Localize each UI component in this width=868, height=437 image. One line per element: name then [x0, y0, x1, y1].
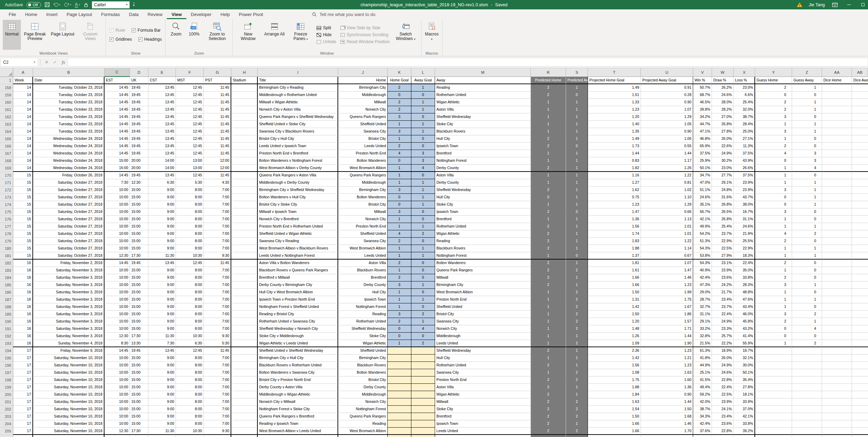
cell-D[interactable] [130, 435, 148, 437]
cell-L178[interactable]: 2 [411, 230, 435, 238]
cell-D167[interactable]: 19:45 [130, 150, 148, 157]
cell-M182[interactable]: Bolton Wanderers [435, 260, 531, 267]
cell-R193[interactable]: 1 [531, 340, 566, 347]
cell-D161[interactable]: 19:45 [130, 106, 148, 113]
cell-W160[interactable]: 28.0% [712, 99, 734, 106]
cell-Z177[interactable]: 1 [792, 223, 822, 230]
cell-D193[interactable]: 13:30 [130, 340, 148, 347]
cell-L194[interactable] [411, 347, 435, 355]
cell-J177[interactable]: Preston North End [338, 223, 388, 230]
cell-A204[interactable]: 17 [13, 420, 33, 428]
cell-H165[interactable] [231, 135, 258, 143]
cell-T205[interactable]: 1.66 [588, 428, 641, 435]
cell-K175[interactable]: 3 [388, 208, 411, 216]
cell-I197[interactable]: Bolton Wanderers v Swansea City [258, 369, 338, 376]
cell-C196[interactable]: 10:00 [104, 362, 130, 369]
column-header-C[interactable]: C [104, 68, 130, 77]
cell-Z179[interactable]: 0 [792, 238, 822, 245]
cell-A175[interactable]: 15 [13, 208, 33, 216]
cell-D192[interactable]: 17:30 [130, 333, 148, 340]
cell-U165[interactable]: 1.06 [641, 135, 693, 143]
column-header-B[interactable]: B [33, 68, 104, 77]
cell-T201[interactable]: 1.63 [588, 398, 641, 406]
cell-Z170[interactable]: 0 [792, 172, 822, 179]
cell-H166[interactable] [231, 143, 258, 150]
cell-H163[interactable] [231, 121, 258, 128]
row-header-161[interactable]: 161 [0, 106, 13, 113]
cell-AA178[interactable] [822, 230, 852, 238]
cell-K179[interactable]: 2 [388, 238, 411, 245]
cell-S179[interactable]: 1 [566, 238, 588, 245]
row-header-175[interactable]: 175 [0, 208, 13, 216]
cell-G194[interactable]: 11:45 [204, 347, 231, 355]
cell-X197[interactable]: 50.1% [734, 369, 755, 376]
cell-M164[interactable]: Blackburn Rovers [435, 128, 531, 135]
cell-D179[interactable]: 15:00 [130, 238, 148, 245]
cell-E189[interactable]: 9:00 [148, 311, 176, 318]
cell-Z166[interactable]: 0 [792, 143, 822, 150]
cell-M168[interactable]: Nottingham Forest [435, 157, 531, 165]
cell-G177[interactable]: 7:00 [204, 223, 231, 230]
cell-C197[interactable]: 10:00 [104, 369, 130, 376]
cell-J201[interactable]: Norwich City [338, 398, 388, 406]
cell-J184[interactable]: Brentford [338, 274, 388, 281]
cell-E192[interactable]: 11:30 [148, 333, 176, 340]
cell-T165[interactable]: 1.49 [588, 135, 641, 143]
cell-L203[interactable] [411, 413, 435, 420]
cell-U184[interactable]: 1.46 [641, 274, 693, 281]
split-button[interactable]: Split [317, 25, 336, 30]
cell-K171[interactable]: 1 [388, 179, 411, 186]
cell-D188[interactable]: 15:00 [130, 303, 148, 311]
cell-U170[interactable]: 1.22 [641, 172, 693, 179]
cell-H196[interactable] [231, 362, 258, 369]
cell-J[interactable] [338, 435, 388, 437]
cell-A201[interactable]: 17 [13, 398, 33, 406]
select-all-corner[interactable] [0, 68, 13, 77]
cell-U168[interactable]: 1.17 [641, 157, 693, 165]
cell-G[interactable] [204, 435, 231, 437]
cell-F158[interactable]: 12:45 [176, 84, 204, 92]
cell-D204[interactable]: 15:00 [130, 420, 148, 428]
row-header-196[interactable]: 196 [0, 362, 13, 369]
cell-I188[interactable]: Nottingham Forest v Sheffield United [258, 303, 338, 311]
cell-Z193[interactable]: 2 [792, 340, 822, 347]
cell-X167[interactable]: 37.5% [734, 150, 755, 157]
cell-G187[interactable]: 7:00 [204, 296, 231, 303]
cell-X205[interactable]: 39.2% [734, 428, 755, 435]
cell-K167[interactable]: 4 [388, 150, 411, 157]
cell-AA170[interactable] [822, 172, 852, 179]
user-name[interactable]: Jie Tang [809, 2, 825, 7]
column-header-S[interactable]: S [566, 68, 588, 77]
cell-S185[interactable]: 1 [566, 281, 588, 289]
cell-H159[interactable] [231, 92, 258, 99]
arrange-all-button[interactable]: Arrange All [262, 20, 287, 50]
cell-F[interactable] [176, 435, 204, 437]
cell-W200[interactable]: 22.5% [712, 391, 734, 398]
cell-Z161[interactable]: 1 [792, 106, 822, 113]
cell-E193[interactable]: 7:30 [148, 340, 176, 347]
cell-C183[interactable]: 10:00 [104, 267, 130, 274]
cell-Y176[interactable]: 1 [755, 216, 792, 223]
cell-A178[interactable]: 15 [13, 230, 33, 238]
cell-F1[interactable]: MST [176, 77, 204, 84]
cell-AA186[interactable] [822, 289, 852, 296]
cell-R162[interactable]: 1 [531, 113, 566, 121]
cell-V158[interactable]: 50.7% [693, 84, 712, 92]
cell-H191[interactable] [231, 325, 258, 333]
zoom-button[interactable]: Zoom [167, 20, 185, 50]
cell-V187[interactable]: 28.7% [693, 296, 712, 303]
cell-A172[interactable]: 15 [13, 186, 33, 194]
row-header-191[interactable]: 191 [0, 325, 13, 333]
cell-S204[interactable]: 1 [566, 420, 588, 428]
cell-X161[interactable]: 32.0% [734, 106, 755, 113]
cell-M181[interactable]: Nottingham Forest [435, 252, 531, 260]
cell-J180[interactable]: West Bromwich Albion [338, 245, 388, 252]
cell-M183[interactable]: Queens Park Rangers [435, 267, 531, 274]
cell-E174[interactable]: 9:00 [148, 201, 176, 208]
cell-Y197[interactable] [755, 369, 792, 376]
cell-Z178[interactable]: 2 [792, 230, 822, 238]
cell-C165[interactable]: 14:45 [104, 135, 130, 143]
cell-J164[interactable]: Swansea City [338, 128, 388, 135]
cell-W190[interactable]: 24.9% [712, 318, 734, 325]
cell-J203[interactable]: Queens Park Rangers [338, 413, 388, 420]
